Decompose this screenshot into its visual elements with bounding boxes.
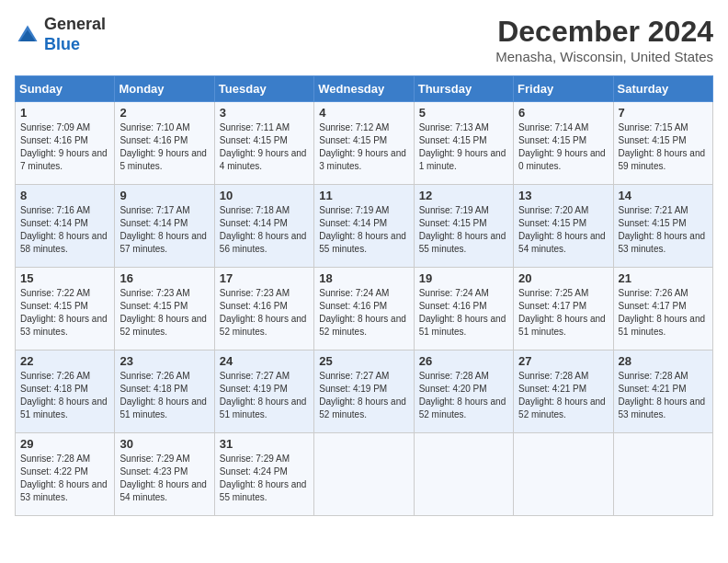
day-info: Sunrise: 7:15 AM Sunset: 4:15 PM Dayligh… [619, 121, 708, 173]
daylight-label: Daylight: 8 hours and 52 minutes. [419, 396, 506, 419]
sunrise-label: Sunrise: 7:19 AM [419, 205, 489, 215]
sunrise-label: Sunrise: 7:15 AM [619, 122, 688, 132]
daylight-label: Daylight: 9 hours and 7 minutes. [20, 148, 108, 171]
page-header: General Blue December 2024 Menasha, Wisc… [15, 15, 713, 64]
daylight-label: Daylight: 8 hours and 51 minutes. [518, 314, 606, 337]
day-info: Sunrise: 7:12 AM Sunset: 4:15 PM Dayligh… [319, 121, 408, 173]
sunrise-label: Sunrise: 7:25 AM [518, 288, 588, 298]
daylight-label: Daylight: 8 hours and 58 minutes. [20, 231, 108, 254]
sunrise-label: Sunrise: 7:24 AM [319, 288, 389, 298]
day-number: 7 [619, 106, 708, 120]
header-thursday: Thursday [414, 76, 513, 102]
day-number: 3 [220, 106, 309, 120]
day-info: Sunrise: 7:23 AM Sunset: 4:15 PM Dayligh… [119, 287, 209, 339]
day-number: 10 [220, 189, 309, 202]
day-info: Sunrise: 7:21 AM Sunset: 4:15 PM Dayligh… [619, 204, 708, 256]
day-cell-22: 22 Sunrise: 7:26 AM Sunset: 4:18 PM Dayl… [16, 350, 115, 433]
day-cell-5: 5 Sunrise: 7:13 AM Sunset: 4:15 PM Dayli… [414, 102, 513, 185]
sunset-label: Sunset: 4:19 PM [319, 384, 387, 394]
week-row-4: 22 Sunrise: 7:26 AM Sunset: 4:18 PM Dayl… [16, 350, 713, 433]
sunrise-label: Sunrise: 7:22 AM [20, 288, 90, 298]
day-info: Sunrise: 7:16 AM Sunset: 4:14 PM Dayligh… [20, 204, 109, 256]
day-number: 31 [220, 437, 309, 451]
sunrise-label: Sunrise: 7:23 AM [220, 288, 290, 298]
sunset-label: Sunset: 4:14 PM [319, 218, 387, 228]
day-cell-3: 3 Sunrise: 7:11 AM Sunset: 4:15 PM Dayli… [214, 102, 313, 185]
daylight-label: Daylight: 8 hours and 53 minutes. [20, 479, 108, 502]
daylight-label: Daylight: 9 hours and 1 minute. [419, 148, 506, 171]
day-number: 1 [20, 106, 109, 120]
sunset-label: Sunset: 4:15 PM [518, 135, 586, 145]
day-cell-14: 14 Sunrise: 7:21 AM Sunset: 4:15 PM Dayl… [613, 185, 712, 268]
day-number: 21 [619, 271, 708, 285]
day-number: 30 [119, 437, 209, 451]
day-number: 9 [119, 189, 209, 202]
sunset-label: Sunset: 4:24 PM [220, 466, 288, 477]
sunrise-label: Sunrise: 7:29 AM [119, 454, 189, 464]
day-cell-28: 28 Sunrise: 7:28 AM Sunset: 4:21 PM Dayl… [613, 350, 712, 433]
daylight-label: Daylight: 8 hours and 55 minutes. [220, 479, 307, 502]
sunrise-label: Sunrise: 7:29 AM [220, 454, 290, 464]
daylight-label: Daylight: 8 hours and 59 minutes. [619, 148, 706, 171]
sunrise-label: Sunrise: 7:11 AM [220, 122, 290, 132]
daylight-label: Daylight: 8 hours and 56 minutes. [220, 231, 307, 254]
month-title: December 2024 [495, 15, 713, 49]
sunrise-label: Sunrise: 7:12 AM [319, 122, 389, 132]
day-info: Sunrise: 7:24 AM Sunset: 4:16 PM Dayligh… [319, 287, 408, 339]
day-cell-30: 30 Sunrise: 7:29 AM Sunset: 4:23 PM Dayl… [115, 433, 214, 516]
calendar-table: SundayMondayTuesdayWednesdayThursdayFrid… [15, 75, 713, 516]
day-number: 25 [319, 354, 408, 368]
day-cell-4: 4 Sunrise: 7:12 AM Sunset: 4:15 PM Dayli… [314, 102, 414, 185]
day-info: Sunrise: 7:10 AM Sunset: 4:16 PM Dayligh… [119, 121, 209, 173]
week-row-5: 29 Sunrise: 7:28 AM Sunset: 4:22 PM Dayl… [16, 433, 713, 516]
sunset-label: Sunset: 4:23 PM [119, 466, 188, 477]
sunset-label: Sunset: 4:18 PM [119, 384, 188, 394]
empty-cell [414, 433, 513, 516]
sunset-label: Sunset: 4:16 PM [220, 301, 288, 311]
day-number: 13 [518, 189, 608, 202]
day-number: 16 [119, 271, 209, 285]
week-row-3: 15 Sunrise: 7:22 AM Sunset: 4:15 PM Dayl… [16, 268, 713, 350]
day-info: Sunrise: 7:28 AM Sunset: 4:20 PM Dayligh… [419, 370, 508, 421]
sunrise-label: Sunrise: 7:13 AM [419, 122, 489, 132]
sunset-label: Sunset: 4:18 PM [20, 384, 88, 394]
sunset-label: Sunset: 4:15 PM [220, 135, 288, 145]
day-number: 28 [619, 354, 708, 368]
day-cell-24: 24 Sunrise: 7:27 AM Sunset: 4:19 PM Dayl… [214, 350, 313, 433]
day-info: Sunrise: 7:18 AM Sunset: 4:14 PM Dayligh… [220, 204, 309, 256]
day-number: 24 [220, 354, 309, 368]
day-cell-31: 31 Sunrise: 7:29 AM Sunset: 4:24 PM Dayl… [214, 433, 313, 516]
daylight-label: Daylight: 8 hours and 53 minutes. [20, 314, 108, 337]
sunset-label: Sunset: 4:19 PM [220, 384, 288, 394]
day-cell-27: 27 Sunrise: 7:28 AM Sunset: 4:21 PM Dayl… [514, 350, 613, 433]
sunset-label: Sunset: 4:17 PM [619, 301, 687, 311]
day-number: 6 [518, 106, 608, 120]
day-number: 20 [518, 271, 608, 285]
empty-cell [613, 433, 712, 516]
day-info: Sunrise: 7:27 AM Sunset: 4:19 PM Dayligh… [220, 370, 309, 421]
day-cell-19: 19 Sunrise: 7:24 AM Sunset: 4:16 PM Dayl… [414, 268, 513, 350]
day-info: Sunrise: 7:22 AM Sunset: 4:15 PM Dayligh… [20, 287, 109, 339]
sunset-label: Sunset: 4:15 PM [419, 218, 487, 228]
day-cell-29: 29 Sunrise: 7:28 AM Sunset: 4:22 PM Dayl… [16, 433, 115, 516]
day-number: 11 [319, 189, 408, 202]
header-sunday: Sunday [16, 76, 115, 102]
header-tuesday: Tuesday [214, 76, 313, 102]
sunrise-label: Sunrise: 7:26 AM [619, 288, 688, 298]
day-info: Sunrise: 7:24 AM Sunset: 4:16 PM Dayligh… [419, 287, 508, 339]
sunrise-label: Sunrise: 7:09 AM [20, 122, 90, 132]
day-info: Sunrise: 7:19 AM Sunset: 4:14 PM Dayligh… [319, 204, 408, 256]
day-number: 29 [20, 437, 109, 451]
sunrise-label: Sunrise: 7:16 AM [20, 205, 90, 215]
sunset-label: Sunset: 4:15 PM [119, 301, 188, 311]
week-row-1: 1 Sunrise: 7:09 AM Sunset: 4:16 PM Dayli… [16, 102, 713, 185]
day-number: 19 [419, 271, 508, 285]
sunrise-label: Sunrise: 7:28 AM [20, 454, 90, 464]
day-number: 12 [419, 189, 508, 202]
sunset-label: Sunset: 4:21 PM [619, 384, 687, 394]
day-info: Sunrise: 7:19 AM Sunset: 4:15 PM Dayligh… [419, 204, 508, 256]
week-row-2: 8 Sunrise: 7:16 AM Sunset: 4:14 PM Dayli… [16, 185, 713, 268]
sunset-label: Sunset: 4:14 PM [20, 218, 88, 228]
daylight-label: Daylight: 8 hours and 52 minutes. [220, 314, 307, 337]
sunrise-label: Sunrise: 7:18 AM [220, 205, 290, 215]
